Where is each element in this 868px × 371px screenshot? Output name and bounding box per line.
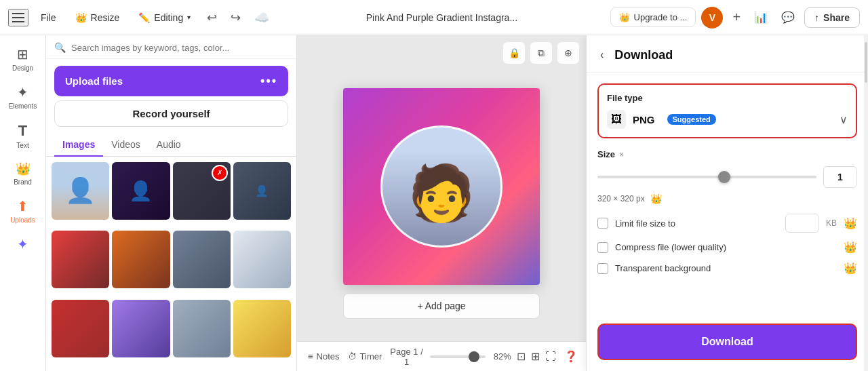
record-yourself-button[interactable]: Record yourself bbox=[54, 100, 288, 127]
share-icon: ↑ bbox=[814, 12, 819, 23]
canvas-area: 🔒 ⧉ ⊕ 🧑 + Add page ≡ Notes ⏱ Timer Page … bbox=[297, 35, 586, 371]
undo-button[interactable]: ↩ bbox=[203, 7, 221, 28]
sidebar-item-uploads[interactable]: ⬆ Uploads bbox=[3, 193, 43, 229]
upload-files-button[interactable]: Upload files ••• bbox=[54, 66, 288, 96]
top-nav: File 👑 Resize ✏️ Editing ▾ ↩ ↪ ☁️ Pink A… bbox=[0, 0, 868, 35]
add-to-page-button[interactable]: ⊕ bbox=[557, 42, 579, 64]
png-icon: 🖼 bbox=[607, 110, 626, 129]
back-button[interactable]: ‹ bbox=[597, 46, 606, 64]
help-button[interactable]: ❓ bbox=[564, 350, 578, 363]
sidebar-item-elements[interactable]: ✦ Elements bbox=[3, 79, 43, 115]
main-area: ⊞ Design ✦ Elements T Text 👑 Brand ⬆ Upl… bbox=[0, 35, 868, 371]
size-input[interactable]: 1 bbox=[823, 166, 857, 188]
tab-audio[interactable]: Audio bbox=[149, 134, 189, 157]
design-icon: ⊞ bbox=[17, 46, 28, 62]
limit-size-checkbox[interactable] bbox=[597, 218, 608, 229]
resize-button[interactable]: 👑 Resize bbox=[68, 9, 127, 26]
sidebar-item-magic[interactable]: ✦ bbox=[3, 231, 43, 258]
sidebar-item-text[interactable]: T Text bbox=[3, 117, 43, 155]
size-dimensions: 320 × 320 px 👑 bbox=[597, 193, 857, 204]
notes-button[interactable]: ≡ Notes bbox=[308, 351, 340, 362]
duplicate-button[interactable]: ⧉ bbox=[530, 42, 552, 64]
more-options-icon: ••• bbox=[260, 74, 277, 88]
crown-icon: 👑 bbox=[650, 193, 662, 204]
compress-checkbox[interactable] bbox=[597, 242, 608, 253]
list-item[interactable]: ✗ bbox=[173, 162, 231, 220]
image-grid: 👤 ✗ 👤 bbox=[46, 157, 296, 372]
suggested-badge: Suggested bbox=[667, 114, 716, 125]
left-panel: 🔍 Upload files ••• Record yourself Image… bbox=[46, 35, 297, 371]
list-item[interactable]: 👤 bbox=[233, 162, 291, 220]
sidebar-item-design[interactable]: ⊞ Design bbox=[3, 41, 43, 77]
list-item[interactable] bbox=[173, 300, 231, 357]
size-section: Size × 1 320 × 320 px 👑 bbox=[597, 149, 857, 204]
kb-label: KB bbox=[826, 218, 837, 228]
fullscreen-button[interactable]: ⛶ bbox=[545, 351, 556, 363]
list-item[interactable]: 👤 bbox=[112, 162, 170, 220]
share-button[interactable]: ↑ Share bbox=[804, 7, 860, 28]
download-button[interactable]: Download bbox=[597, 324, 857, 360]
media-tabs: Images Videos Audio bbox=[46, 134, 296, 157]
hamburger-menu-button[interactable] bbox=[8, 9, 28, 26]
canvas-bottom-bar: ≡ Notes ⏱ Timer Page 1 / 1 82% ⊡ ⊞ ⛶ ❓ bbox=[297, 341, 586, 371]
size-label: Size bbox=[597, 149, 615, 159]
list-item[interactable] bbox=[52, 162, 109, 220]
list-item[interactable] bbox=[173, 231, 231, 288]
add-page-button[interactable]: + Add page bbox=[343, 293, 540, 319]
file-type-name: PNG bbox=[633, 114, 655, 125]
compress-label: Compress file (lower quality) bbox=[615, 242, 837, 252]
transparent-bg-label: Transparent background bbox=[615, 263, 837, 273]
analytics-button[interactable]: 📊 bbox=[750, 8, 772, 26]
timer-icon: ⏱ bbox=[348, 351, 357, 362]
uploads-icon: ⬆ bbox=[17, 198, 28, 214]
comments-button[interactable]: 💬 bbox=[777, 8, 799, 26]
limit-size-label: Limit file size to bbox=[615, 218, 778, 229]
crown-icon: 👑 bbox=[844, 262, 857, 275]
sidebar-item-brand[interactable]: 👑 Brand bbox=[3, 156, 43, 191]
file-menu-button[interactable]: File bbox=[34, 9, 63, 26]
size-slider[interactable] bbox=[597, 176, 816, 178]
face-image: 🧑 bbox=[408, 161, 475, 225]
timer-button[interactable]: ⏱ Timer bbox=[348, 351, 382, 362]
download-panel-title: Download bbox=[614, 48, 673, 62]
notes-icon: ≡ bbox=[308, 351, 313, 362]
canvas[interactable]: 🧑 bbox=[343, 88, 540, 285]
transparent-bg-row: Transparent background 👑 bbox=[597, 262, 857, 275]
file-type-dropdown[interactable]: 🖼 PNG Suggested ∨ bbox=[607, 110, 848, 129]
redo-button[interactable]: ↪ bbox=[226, 7, 245, 28]
pencil-icon: ✏️ bbox=[138, 12, 150, 23]
list-item[interactable] bbox=[112, 300, 170, 357]
grid-view-button[interactable]: ⊞ bbox=[531, 350, 540, 363]
size-multiplier: × bbox=[619, 150, 624, 159]
list-item[interactable] bbox=[233, 300, 291, 357]
kb-input[interactable] bbox=[785, 214, 819, 233]
page-slider[interactable] bbox=[430, 355, 486, 358]
list-item[interactable] bbox=[233, 231, 291, 288]
upgrade-button[interactable]: 👑 Upgrade to ... bbox=[610, 7, 696, 27]
crown-icon: 👑 bbox=[619, 12, 630, 22]
list-item[interactable] bbox=[112, 231, 170, 288]
panel-scroll: File type 🖼 PNG Suggested ∨ Size × bbox=[587, 73, 868, 318]
editing-mode-button[interactable]: ✏️ Editing ▾ bbox=[132, 9, 197, 26]
list-item[interactable] bbox=[52, 300, 109, 357]
crown-icon: 👑 bbox=[844, 241, 857, 254]
transparent-bg-checkbox[interactable] bbox=[597, 263, 608, 274]
cloud-save-button[interactable]: ☁️ bbox=[250, 7, 273, 28]
user-avatar[interactable]: V bbox=[701, 7, 723, 28]
tab-videos[interactable]: Videos bbox=[103, 134, 149, 157]
chevron-down-icon: ▾ bbox=[187, 14, 191, 21]
size-slider-row: 1 bbox=[597, 166, 857, 188]
tab-images[interactable]: Images bbox=[54, 134, 103, 157]
elements-icon: ✦ bbox=[17, 84, 28, 100]
brand-icon: 👑 bbox=[16, 161, 31, 176]
magic-icon: ✦ bbox=[17, 236, 28, 252]
download-panel-header: ‹ Download bbox=[587, 35, 868, 73]
text-icon: T bbox=[18, 122, 27, 140]
fit-view-button[interactable]: ⊡ bbox=[517, 350, 526, 363]
search-icon: 🔍 bbox=[54, 42, 66, 53]
list-item[interactable] bbox=[52, 231, 109, 288]
lock-button[interactable]: 🔒 bbox=[503, 42, 525, 64]
search-input[interactable] bbox=[71, 43, 288, 53]
add-button[interactable]: + bbox=[728, 8, 745, 26]
scroll-indicator bbox=[864, 35, 868, 371]
